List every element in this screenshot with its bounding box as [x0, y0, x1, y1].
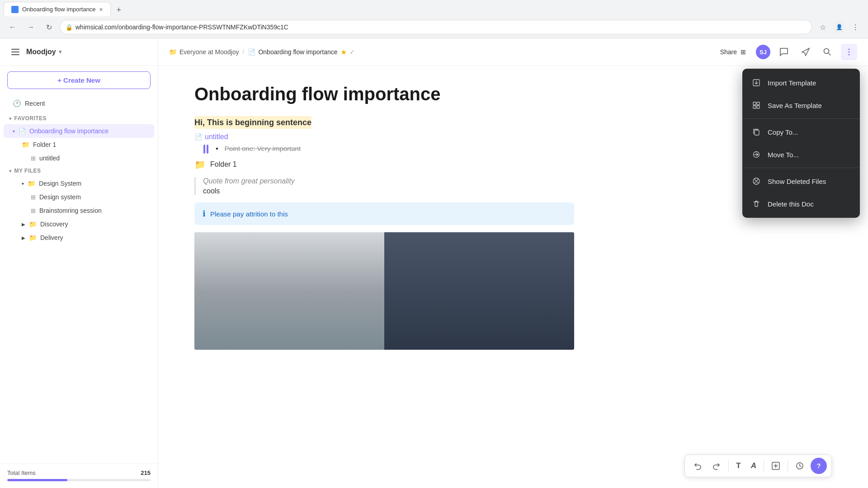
help-button[interactable]: ? — [811, 458, 827, 474]
toolbar-separator-3 — [788, 460, 788, 471]
breadcrumb-workspace[interactable]: 📁 Everyone at Moodjoy — [169, 48, 239, 56]
header-actions: Share ⊞ SJ — [716, 44, 857, 60]
svg-rect-2 — [11, 54, 19, 55]
dropdown-copy-to[interactable]: Copy To... — [742, 121, 860, 143]
browser-nav: ← → ↻ 🔒 whimsical.com/onboarding-flow-im… — [0, 16, 868, 38]
forward-button[interactable]: → — [24, 20, 38, 34]
storage-progress-bar — [7, 479, 151, 481]
bottom-toolbar: T A ? — [684, 455, 832, 477]
dropdown-save-as-template[interactable]: Save As Template — [742, 94, 860, 117]
doc-link-untitled[interactable]: 📄 untitled — [194, 133, 574, 141]
svg-rect-10 — [753, 102, 756, 105]
sidebar-item-discovery[interactable]: ▶ 📁 Discovery — [4, 217, 154, 231]
address-bar[interactable]: 🔒 whimsical.com/onboarding-flow-importan… — [60, 20, 812, 34]
my-files-section-header[interactable]: ▾ MY FILES — [0, 165, 158, 177]
refresh-button[interactable]: ↻ — [42, 20, 56, 34]
expand-arrow-icon: ▾ — [22, 181, 24, 186]
browser-nav-right: ☆ 👤 ⋮ — [816, 20, 863, 34]
dropdown-divider-2 — [742, 168, 860, 168]
import-template-icon — [751, 78, 761, 88]
tab-close-button[interactable]: × — [99, 6, 103, 13]
total-items-label: Total Items — [7, 469, 36, 476]
sidebar-item-design-system-folder[interactable]: ▾ 📁 Design System — [4, 177, 154, 190]
sidebar-item-label: Onboarding flow importance — [29, 127, 108, 135]
sidebar-menu-button[interactable] — [9, 46, 22, 58]
quote-block: Quote from great personality cools — [194, 177, 574, 195]
profile-button[interactable]: 👤 — [833, 21, 845, 33]
move-to-label: Move To... — [768, 151, 799, 159]
history-button[interactable] — [792, 458, 808, 474]
favorites-section-header[interactable]: ▾ FAVORITES — [0, 113, 158, 124]
dropdown-import-template[interactable]: Import Template — [742, 71, 860, 94]
avatar[interactable]: SJ — [756, 45, 770, 59]
breadcrumb-current-doc[interactable]: 📄 Onboarding flow importance ★ ✓ — [248, 48, 354, 56]
recent-section: 🕐 Recent — [0, 94, 158, 113]
toolbar-separator-1 — [728, 460, 729, 471]
highlighted-sentence: Hi, This is beginning sentence — [194, 116, 311, 129]
verified-icon: ✓ — [349, 48, 355, 56]
search-button[interactable] — [819, 44, 835, 60]
undo-button[interactable] — [689, 458, 706, 474]
dropdown-move-to[interactable]: Move To... — [742, 143, 860, 166]
sidebar-item-delivery[interactable]: ▶ 📁 Delivery — [4, 231, 154, 244]
image-left-half — [194, 232, 384, 350]
folder-icon: 📁 — [29, 234, 37, 241]
dropdown-menu: Import Template Save As Template Copy To… — [742, 69, 860, 218]
copy-to-label: Copy To... — [768, 128, 798, 136]
browser-tabs: Onboarding flow importance × + — [0, 0, 868, 16]
text-format-button[interactable]: T — [732, 460, 744, 472]
sidebar-item-untitled[interactable]: ⊞ untitled — [4, 151, 154, 165]
doc-breadcrumb-icon: 📄 — [248, 48, 255, 56]
my-files-label: MY FILES — [14, 168, 41, 174]
dropdown-delete-doc[interactable]: Delete this Doc — [742, 192, 860, 215]
expand-button[interactable] — [768, 458, 784, 474]
info-text: Please pay attrition to this — [210, 210, 288, 218]
text-style-button[interactable]: A — [747, 460, 760, 472]
total-items-count: 215 — [141, 469, 151, 476]
workspace-chevron-icon: ▾ — [59, 49, 61, 55]
save-as-template-icon — [751, 100, 761, 110]
doc-icon: 📄 — [19, 128, 26, 135]
dropdown-divider-1 — [742, 118, 860, 119]
more-options-button[interactable] — [841, 44, 857, 60]
bullet-dot: ▪ — [216, 145, 218, 153]
document-image — [194, 232, 574, 350]
svg-rect-12 — [753, 106, 756, 108]
sidebar-item-label: Design system — [39, 193, 81, 201]
bookmark-button[interactable]: ☆ — [816, 20, 830, 34]
quote-placeholder: Quote from great personality — [203, 177, 574, 185]
back-button[interactable]: ← — [5, 20, 20, 34]
doc-link-icon: 📄 — [194, 133, 202, 141]
active-tab[interactable]: Onboarding flow importance × — [4, 2, 111, 16]
sidebar-item-brainstorming[interactable]: ⊞ Brainstomring session — [4, 204, 154, 217]
folder-item-icon: 📁 — [194, 159, 206, 170]
bullet-text: Point one: Very important — [225, 145, 301, 152]
board-icon: ⊞ — [31, 207, 36, 214]
image-placeholder — [194, 232, 574, 350]
send-button[interactable] — [797, 44, 814, 60]
dropdown-show-deleted[interactable]: Show Deleted Files — [742, 170, 860, 192]
comments-button[interactable] — [776, 44, 792, 60]
redo-button[interactable] — [708, 458, 725, 474]
browser-menu-button[interactable]: ⋮ — [848, 20, 863, 34]
sidebar-item-label: Discovery — [40, 221, 68, 228]
blue-bars-icon — [203, 145, 208, 154]
svg-rect-1 — [11, 52, 19, 52]
sidebar-item-recent[interactable]: 🕐 Recent — [4, 96, 154, 111]
favorites-label: FAVORITES — [14, 115, 47, 122]
share-button[interactable]: Share ⊞ — [716, 46, 750, 58]
create-new-button[interactable]: + Create New — [7, 71, 151, 89]
sidebar-item-folder1[interactable]: 📁 Folder 1 — [4, 138, 154, 151]
sidebar-item-label: Delivery — [40, 234, 63, 241]
favorite-star-icon[interactable]: ★ — [340, 48, 347, 56]
sidebar-item-design-system[interactable]: ⊞ Design system — [4, 190, 154, 204]
svg-point-4 — [849, 49, 850, 50]
recent-icon: 🕐 — [13, 99, 21, 108]
main-header: 📁 Everyone at Moodjoy / 📄 Onboarding flo… — [158, 38, 868, 66]
workspace-selector[interactable]: Moodjoy ▾ — [26, 48, 61, 56]
sidebar-item-onboarding[interactable]: ▾ 📄 Onboarding flow importance — [4, 124, 154, 138]
new-tab-button[interactable]: + — [113, 4, 125, 16]
breadcrumb-doc-text: Onboarding flow importance — [258, 48, 337, 56]
chevron-down-icon: ▾ — [9, 116, 12, 121]
board-icon: ⊞ — [31, 194, 36, 201]
